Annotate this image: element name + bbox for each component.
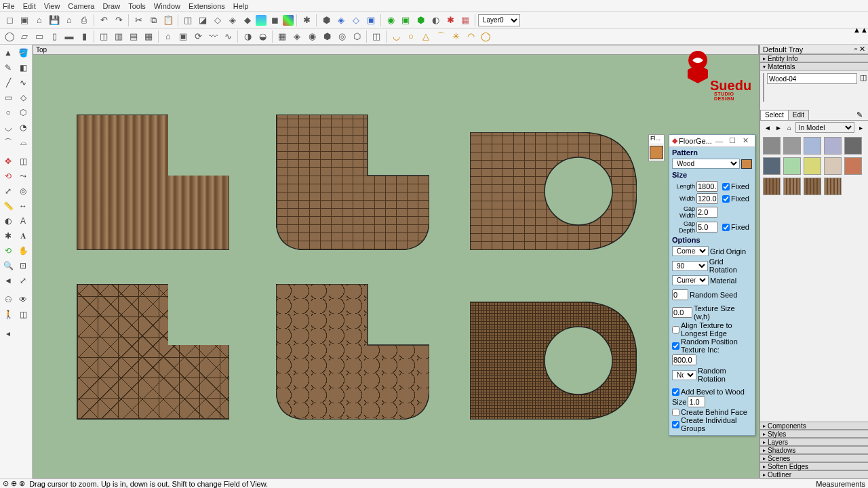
walk-icon[interactable]: 🚶 <box>1 308 15 321</box>
save-icon[interactable]: 💾 <box>47 14 61 27</box>
plugin3-icon[interactable]: ⬢ <box>414 14 427 27</box>
menu-window[interactable]: Window <box>154 2 180 10</box>
styles-icon[interactable] <box>283 15 294 26</box>
section-outliner[interactable]: Outliner <box>760 470 868 479</box>
pan-icon[interactable]: ✋ <box>16 244 30 258</box>
material-select[interactable]: Current <box>672 275 709 285</box>
arc-icon[interactable]: ◡ <box>1 121 15 134</box>
iso-icon[interactable]: ◯ <box>3 30 16 43</box>
open-icon[interactable]: ▣ <box>18 14 31 27</box>
tray-header[interactable]: Default Tray▫ ✕ <box>760 45 868 54</box>
plugin4-icon[interactable]: ◐ <box>429 14 442 27</box>
right-icon[interactable]: ▯ <box>47 30 61 43</box>
scale-icon[interactable]: ⤢ <box>1 184 15 198</box>
menu-camera[interactable]: Camera <box>68 2 94 10</box>
material-swatch[interactable] <box>804 157 821 175</box>
top-icon[interactable]: ▱ <box>18 30 31 43</box>
section-icon[interactable]: ◫ <box>97 30 111 43</box>
new-icon[interactable]: ◻ <box>3 14 16 27</box>
menu-icon[interactable]: ▸ <box>856 123 865 132</box>
orbit-icon[interactable]: ⟲ <box>1 244 15 258</box>
paste-icon[interactable]: 📋 <box>161 14 175 27</box>
texsize-input[interactable] <box>672 307 692 318</box>
undo-icon[interactable]: ↶ <box>97 14 111 27</box>
material-swatch[interactable] <box>824 157 842 175</box>
followme-icon[interactable]: ⤳ <box>16 169 30 183</box>
length-input[interactable] <box>696 181 718 192</box>
arc1-icon[interactable]: ◡ <box>389 30 403 43</box>
tool-b-icon[interactable]: ▣ <box>176 30 190 43</box>
monochrome-icon[interactable]: ◼ <box>268 14 281 27</box>
offset-icon[interactable]: ◎ <box>16 184 30 198</box>
material-swatch[interactable] <box>763 157 781 175</box>
nav-fwd-icon[interactable]: ► <box>774 123 783 132</box>
materials-edit-tab[interactable]: Edit <box>788 110 809 120</box>
minimize-icon[interactable]: — <box>713 137 726 145</box>
tool-d-icon[interactable]: 〰 <box>206 30 220 43</box>
nav-back-icon[interactable]: ◄ <box>763 123 772 132</box>
misc1-icon[interactable]: ◫ <box>370 30 383 43</box>
outliner-icon[interactable]: ▣ <box>364 14 378 27</box>
cut-icon[interactable]: ✂ <box>132 14 145 27</box>
front-icon[interactable]: ▭ <box>33 30 46 43</box>
freehand-icon[interactable]: ∿ <box>16 76 30 89</box>
solid2-icon[interactable]: ◒ <box>256 30 269 43</box>
material-swatch[interactable] <box>783 137 801 155</box>
zoomext-icon[interactable]: ⤢ <box>16 274 30 287</box>
rotation-select[interactable]: 90 <box>672 261 708 271</box>
menu-draw[interactable]: Draw <box>102 2 120 10</box>
sandbox1-icon[interactable]: ▦ <box>275 30 289 43</box>
material-swatch[interactable] <box>824 137 842 155</box>
pencil-icon[interactable]: ✎ <box>1 61 15 75</box>
section-entity-info[interactable]: Entity Info <box>760 54 868 62</box>
shaded-icon[interactable]: ◆ <box>241 14 254 27</box>
material-swatch[interactable] <box>844 157 862 175</box>
section-layers[interactable]: Layers <box>760 438 868 446</box>
gapwidth-input[interactable] <box>696 207 718 218</box>
material-swatch[interactable] <box>783 178 801 195</box>
protractor-icon[interactable]: ◐ <box>1 214 15 228</box>
material-swatch[interactable] <box>763 178 781 195</box>
eraser-icon[interactable]: ◧ <box>16 61 30 75</box>
material-swatch[interactable] <box>804 178 821 195</box>
section-display-icon[interactable]: ▥ <box>112 30 125 43</box>
tool-e-icon[interactable]: ∿ <box>221 30 235 43</box>
arc6-icon[interactable]: ◠ <box>464 30 477 43</box>
section-styles[interactable]: Styles <box>760 430 868 438</box>
material-library-select[interactable]: In Model <box>795 122 854 133</box>
pushpull-icon[interactable]: ◫ <box>16 155 30 168</box>
component-icon[interactable]: ⬢ <box>319 14 333 27</box>
3parc-icon[interactable]: ⌓ <box>16 136 30 149</box>
close-icon[interactable]: ✕ <box>740 136 752 145</box>
house-icon[interactable]: ⌂ <box>33 14 46 27</box>
width-input[interactable] <box>696 193 718 204</box>
viewport[interactable]: Top Suedu STUDIO DESIGN <box>33 45 760 479</box>
plugin2-icon[interactable]: ▣ <box>399 14 412 27</box>
material-swatch[interactable] <box>804 137 821 155</box>
rotate-icon[interactable]: ⟲ <box>1 169 15 183</box>
wireframe-icon[interactable]: ◇ <box>211 14 224 27</box>
backedges-icon[interactable]: ◪ <box>196 14 210 27</box>
tool-a-icon[interactable]: ⌂ <box>161 30 175 43</box>
seed-input[interactable] <box>672 289 688 300</box>
hidden-line-icon[interactable]: ◈ <box>226 14 239 27</box>
randpos-input[interactable] <box>672 354 696 365</box>
groups-check[interactable] <box>672 421 679 428</box>
tool-c-icon[interactable]: ⟳ <box>191 30 205 43</box>
section2-icon[interactable]: ◫ <box>16 308 30 321</box>
floor-titlebar[interactable]: ◆ FloorGe... — ☐ ✕ <box>669 135 755 147</box>
plugin6-icon[interactable]: ▦ <box>458 14 472 27</box>
pie-icon[interactable]: ◔ <box>16 121 30 134</box>
menu-help[interactable]: Help <box>233 2 249 10</box>
floor-generator-panel[interactable]: ◆ FloorGe... — ☐ ✕ Pattern Wood Size Len… <box>669 134 755 436</box>
behind-check[interactable] <box>672 409 679 416</box>
section-scenes[interactable]: Scenes <box>760 454 868 462</box>
arc5-icon[interactable]: ✳ <box>449 30 462 43</box>
section-shadows[interactable]: Shadows <box>760 446 868 454</box>
tape-icon[interactable]: 📏 <box>1 199 15 213</box>
length-fixed-check[interactable] <box>722 183 730 190</box>
material-swatch[interactable] <box>824 178 842 195</box>
redo-icon[interactable]: ↷ <box>112 14 125 27</box>
randrot-select[interactable]: No <box>672 370 696 380</box>
menu-extensions[interactable]: Extensions <box>189 2 225 10</box>
